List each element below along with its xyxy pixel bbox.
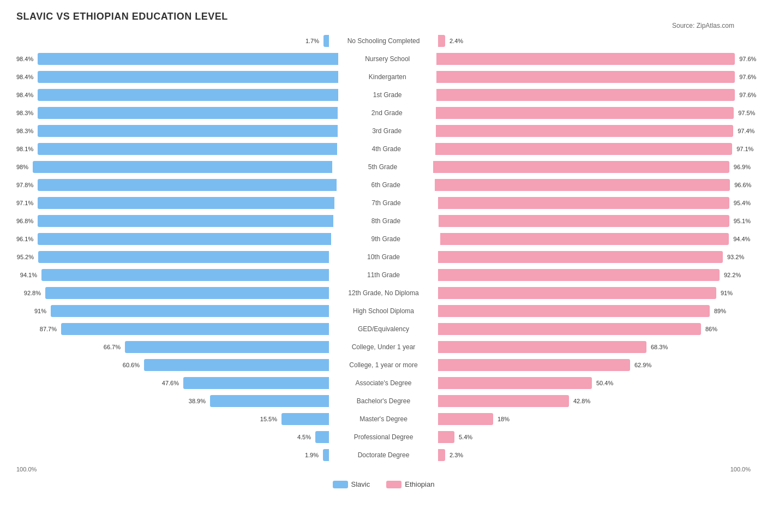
ethiopian-bar (438, 251, 723, 263)
chart-row: 98.4% Kindergarten 97.6% (16, 69, 751, 85)
source-label: Source: ZipAtlas.com (672, 22, 734, 29)
axis-labels: 100.0% 100.0% (16, 466, 751, 473)
slavic-value-label: 1.9% (305, 452, 319, 458)
right-section: 92.2% (438, 267, 751, 283)
right-section: 97.6% (436, 69, 756, 85)
slavic-value-label: 1.7% (305, 38, 319, 44)
slavic-bar (38, 251, 329, 263)
chart-row: 60.6% College, 1 year or more 62.9% (16, 357, 751, 373)
slavic-value-label: 96.1% (16, 236, 33, 242)
right-section: 91% (438, 285, 751, 301)
slavic-value-label: 91% (34, 308, 46, 314)
ethiopian-bar (438, 323, 701, 335)
slavic-value-label: 94.1% (20, 272, 37, 278)
ethiopian-value-label: 50.4% (596, 380, 613, 386)
slavic-legend-label: Slavic (351, 480, 370, 488)
left-section: 15.5% (16, 411, 329, 427)
slavic-bar (61, 323, 329, 335)
ethiopian-value-label: 97.5% (738, 110, 755, 116)
right-section: 93.2% (438, 249, 751, 265)
slavic-value-label: 87.7% (40, 326, 57, 332)
ethiopian-value-label: 97.6% (739, 56, 756, 62)
right-section: 97.5% (436, 105, 755, 121)
ethiopian-value-label: 91% (721, 290, 733, 296)
chart-row: 94.1% 11th Grade 92.2% (16, 267, 751, 283)
ethiopian-value-label: 42.8% (573, 398, 590, 404)
right-section: 97.6% (436, 87, 756, 103)
chart-row: 92.8% 12th Grade, No Diploma 91% (16, 285, 751, 301)
education-level-label: 2nd Grade (338, 108, 436, 118)
slavic-bar (41, 269, 329, 281)
chart-title: SLAVIC VS ETHIOPIAN EDUCATION LEVEL (16, 11, 751, 22)
education-level-label: 3rd Grade (338, 126, 436, 136)
education-level-label: Associate's Degree (329, 378, 438, 388)
chart-row: 98.4% Nursery School 97.6% (16, 51, 751, 67)
right-section: 95.4% (438, 195, 751, 211)
slavic-value-label: 98.4% (16, 74, 33, 80)
left-section: 96.1% (16, 231, 331, 247)
ethiopian-value-label: 89% (714, 308, 726, 314)
ethiopian-value-label: 86% (705, 326, 717, 332)
ethiopian-bar (435, 179, 730, 191)
slavic-bar (33, 161, 332, 173)
ethiopian-bar (436, 71, 735, 83)
slavic-bar (38, 107, 338, 119)
slavic-value-label: 98% (16, 164, 28, 170)
chart-row: 98.4% 1st Grade 97.6% (16, 87, 751, 103)
left-section: 98.4% (16, 69, 338, 85)
ethiopian-bar (438, 377, 592, 389)
chart-row: 91% High School Diploma 89% (16, 303, 751, 319)
education-level-label: 6th Grade (337, 180, 435, 190)
chart-row: 87.7% GED/Equivalency 86% (16, 321, 751, 337)
legend: Slavic Ethiopian (16, 480, 751, 488)
education-level-label: 10th Grade (329, 252, 438, 262)
left-section: 4.5% (16, 429, 329, 445)
ethiopian-bar (438, 197, 729, 209)
education-level-label: 11th Grade (329, 270, 438, 280)
slavic-bar (38, 179, 337, 191)
education-level-label: Professional Degree (329, 432, 438, 442)
chart-row: 98.3% 3rd Grade 97.4% (16, 123, 751, 139)
left-section: 1.7% (16, 33, 329, 49)
axis-right: 100.0% (730, 466, 751, 473)
left-section: 98.3% (16, 105, 338, 121)
left-section: 95.2% (16, 249, 329, 265)
ethiopian-value-label: 95.4% (734, 200, 751, 206)
ethiopian-value-label: 96.9% (734, 164, 751, 170)
right-section: 42.8% (438, 393, 751, 409)
right-section: 2.4% (438, 33, 751, 49)
right-section: 5.4% (438, 429, 751, 445)
ethiopian-value-label: 92.2% (724, 272, 741, 278)
slavic-value-label: 47.6% (162, 380, 179, 386)
chart-row: 95.2% 10th Grade 93.2% (16, 249, 751, 265)
legend-slavic: Slavic (333, 480, 370, 488)
ethiopian-value-label: 68.3% (651, 344, 668, 350)
ethiopian-value-label: 95.1% (734, 218, 751, 224)
right-section: 94.4% (440, 231, 751, 247)
education-level-label: 9th Grade (331, 234, 440, 244)
slavic-value-label: 98.4% (16, 92, 33, 98)
slavic-bar (38, 125, 338, 137)
right-section: 96.9% (433, 159, 751, 175)
education-level-label: Bachelor's Degree (329, 396, 438, 406)
left-section: 96.8% (16, 213, 333, 229)
right-section: 97.6% (436, 51, 756, 67)
ethiopian-value-label: 94.4% (733, 236, 750, 242)
ethiopian-bar (436, 107, 734, 119)
left-section: 98.3% (16, 123, 338, 139)
ethiopian-value-label: 5.4% (459, 434, 472, 440)
chart-row: 15.5% Master's Degree 18% (16, 411, 751, 427)
ethiopian-value-label: 18% (498, 416, 510, 422)
chart-container: 1.7% No Schooling Completed 2.4% 98.4% N… (16, 33, 751, 463)
left-section: 97.1% (16, 195, 334, 211)
slavic-bar (45, 287, 329, 299)
slavic-bar (323, 449, 329, 461)
ethiopian-bar (436, 125, 733, 137)
chart-row: 4.5% Professional Degree 5.4% (16, 429, 751, 445)
chart-row: 1.7% No Schooling Completed 2.4% (16, 33, 751, 49)
ethiopian-value-label: 62.9% (634, 362, 651, 368)
slavic-value-label: 98.3% (16, 110, 33, 116)
left-section: 87.7% (16, 321, 329, 337)
left-section: 98.4% (16, 87, 338, 103)
right-section: 2.3% (438, 447, 751, 463)
